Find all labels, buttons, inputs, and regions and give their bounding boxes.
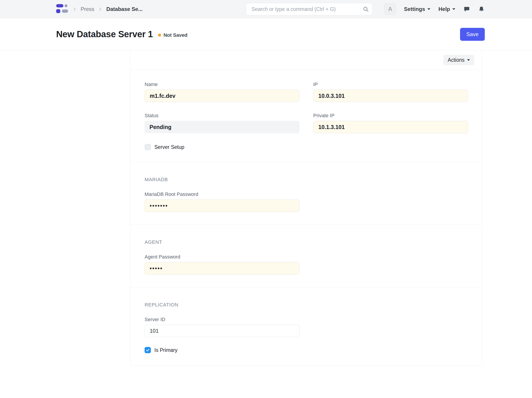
- server-id-label: Server ID: [145, 317, 299, 322]
- chevron-down-icon: [467, 59, 470, 61]
- ip-input[interactable]: [313, 90, 468, 102]
- help-menu[interactable]: Help: [438, 6, 455, 12]
- status-label: Status: [145, 113, 299, 119]
- private-ip-label: Private IP: [313, 113, 468, 119]
- navbar-right: A Settings Help: [384, 3, 485, 15]
- search-input[interactable]: [246, 3, 373, 15]
- is-primary-label: Is Primary: [154, 347, 177, 353]
- section-replication: REPLICATION Server ID Is Primary: [130, 287, 482, 366]
- section-details: Name IP Status Pending Private IP Server…: [130, 70, 482, 162]
- mariadb-root-password-input[interactable]: [145, 199, 299, 212]
- mariadb-root-password-field: MariaDB Root Password: [145, 192, 299, 212]
- chevron-down-icon: [427, 8, 431, 10]
- name-field: Name: [145, 82, 299, 102]
- server-setup-field: Server Setup: [145, 144, 299, 150]
- agent-section-title: AGENT: [145, 239, 468, 245]
- server-id-input[interactable]: [145, 325, 299, 337]
- breadcrumb-item-press[interactable]: Press: [81, 6, 94, 12]
- save-button[interactable]: Save: [460, 28, 485, 41]
- server-id-field: Server ID: [145, 317, 299, 337]
- mariadb-section-title: MARIADB: [145, 177, 468, 182]
- help-label: Help: [438, 6, 450, 12]
- actions-label: Actions: [448, 57, 464, 63]
- status-badge: Not Saved: [158, 32, 188, 38]
- bell-icon[interactable]: [478, 6, 485, 13]
- agent-password-field: Agent Password: [145, 254, 299, 275]
- page-header: New Database Server 1 Not Saved Save: [0, 18, 532, 50]
- status-value: Pending: [145, 121, 299, 133]
- is-primary-checkbox[interactable]: [145, 347, 151, 353]
- section-agent: AGENT Agent Password: [130, 225, 482, 287]
- agent-password-label: Agent Password: [145, 254, 299, 260]
- form-toolbar: Actions: [130, 50, 482, 70]
- page-title: New Database Server 1: [56, 29, 153, 39]
- chevron-right-icon: [98, 7, 103, 12]
- private-ip-field: Private IP: [313, 113, 468, 133]
- mariadb-root-password-label: MariaDB Root Password: [145, 192, 299, 197]
- name-label: Name: [145, 82, 299, 87]
- ip-field: IP: [313, 82, 468, 102]
- not-saved-label: Not Saved: [164, 32, 188, 38]
- global-search: [246, 3, 373, 15]
- chat-icon[interactable]: [463, 6, 470, 13]
- ip-label: IP: [313, 82, 468, 87]
- server-setup-checkbox[interactable]: [145, 144, 151, 150]
- private-ip-input[interactable]: [313, 121, 468, 133]
- replication-section-title: REPLICATION: [145, 302, 468, 308]
- settings-label: Settings: [404, 6, 425, 12]
- section-mariadb: MARIADB MariaDB Root Password: [130, 162, 482, 225]
- name-input[interactable]: [145, 90, 299, 102]
- chevron-right-icon: [72, 7, 77, 12]
- breadcrumb-item-current[interactable]: Database Se...: [106, 6, 143, 12]
- top-navbar: Press Database Se... A Settings Help: [0, 0, 532, 18]
- avatar[interactable]: A: [384, 3, 396, 15]
- is-primary-field: Is Primary: [145, 347, 468, 353]
- form-body: Actions Name IP Status Pending Private I…: [130, 50, 482, 366]
- chevron-down-icon: [452, 8, 455, 10]
- app-logo-icon[interactable]: [56, 4, 69, 14]
- not-saved-dot-icon: [158, 34, 161, 37]
- breadcrumb: Press Database Se...: [56, 4, 143, 14]
- server-setup-label: Server Setup: [154, 144, 184, 150]
- agent-password-input[interactable]: [145, 262, 299, 275]
- actions-button[interactable]: Actions: [443, 55, 474, 65]
- avatar-letter: A: [388, 6, 392, 12]
- settings-menu[interactable]: Settings: [404, 6, 431, 12]
- status-field: Status Pending: [145, 113, 299, 133]
